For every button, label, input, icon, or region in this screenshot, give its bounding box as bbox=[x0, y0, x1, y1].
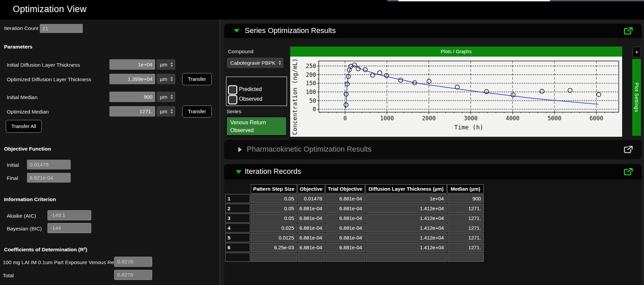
column-header[interactable]: Diffusion Layer Thickness (µm) bbox=[366, 184, 447, 193]
table-row[interactable] bbox=[225, 253, 484, 262]
series-list-item-selected[interactable]: Venous Return Observed bbox=[227, 117, 286, 135]
initial-median-label: Initial Median bbox=[7, 94, 37, 100]
open-external-icon[interactable] bbox=[623, 146, 633, 154]
row-number-cell[interactable]: 6 bbox=[225, 243, 250, 252]
table-cell: 6.881e-04 bbox=[326, 233, 365, 242]
observed-checkbox-label: Observed bbox=[239, 96, 262, 102]
unit-label: µm bbox=[160, 76, 167, 82]
spinner-arrows-icon[interactable] bbox=[170, 95, 173, 99]
initial-median-field[interactable]: 900 bbox=[109, 92, 155, 102]
table-cell: 0.05 bbox=[251, 204, 297, 213]
aic-field[interactable]: -149.1 bbox=[47, 210, 91, 220]
spinner-arrows-icon[interactable] bbox=[170, 62, 173, 67]
iteration-records-table[interactable]: Pattern Step SizeObjectiveTrial Objectiv… bbox=[225, 184, 484, 262]
table-cell: 0.05 bbox=[251, 194, 297, 203]
table-cell: 1.412e+04 bbox=[366, 243, 447, 252]
initial-dlt-field[interactable]: 1e+04 bbox=[109, 59, 155, 70]
transfer-all-button[interactable]: Transfer All bbox=[6, 120, 42, 133]
objective-initial-field[interactable]: 0.01478 bbox=[27, 160, 71, 169]
bic-label: Bayesian (BIC) bbox=[7, 226, 42, 232]
compound-select[interactable]: Cabotegravir PBPK bbox=[227, 58, 283, 68]
row-number-cell[interactable]: 2 bbox=[225, 204, 250, 213]
series-results-header[interactable]: Series Optimization Results bbox=[224, 24, 642, 38]
predicted-checkbox-label: Predicted bbox=[239, 86, 262, 92]
objective-initial-label: Initial bbox=[7, 162, 19, 168]
collapse-triangle-icon[interactable] bbox=[234, 29, 240, 33]
row-number-cell[interactable]: 5 bbox=[225, 233, 250, 242]
objective-final-field[interactable]: 6.821e-04 bbox=[27, 173, 71, 183]
table-cell: 6.881e-04 bbox=[298, 243, 325, 252]
collapse-triangle-icon[interactable] bbox=[236, 170, 242, 174]
observed-checkbox[interactable] bbox=[228, 95, 237, 104]
column-header[interactable]: Trial Objective bbox=[326, 184, 365, 193]
optimized-dlt-unit-select[interactable]: µm bbox=[157, 74, 175, 84]
series-item-line1: Venous Return bbox=[230, 119, 286, 126]
svg-text:2000: 2000 bbox=[422, 115, 436, 122]
open-external-icon[interactable] bbox=[623, 27, 633, 35]
svg-text:Time (h): Time (h) bbox=[454, 124, 483, 131]
objective-function-heading: Objective Function bbox=[4, 146, 51, 152]
parameters-heading: Parameters bbox=[4, 44, 32, 50]
optimized-dlt-field[interactable]: 1.399e+04 bbox=[109, 74, 155, 84]
svg-text:4000: 4000 bbox=[506, 115, 519, 122]
pk-results-header[interactable]: Pharmacokinetic Optimization Results bbox=[224, 140, 642, 159]
predicted-checkbox[interactable] bbox=[228, 85, 237, 95]
optimized-median-field[interactable]: 1271. bbox=[109, 106, 155, 117]
column-header[interactable]: Pattern Step Size bbox=[251, 184, 297, 193]
table-cell bbox=[251, 253, 297, 262]
column-header[interactable]: Objective bbox=[298, 184, 325, 193]
series-list-label: Series bbox=[227, 108, 241, 115]
optimized-median-unit-select[interactable]: µm bbox=[157, 106, 175, 117]
table-row[interactable]: 20.056.881e-046.881e-041.412e+041271. bbox=[225, 204, 484, 213]
svg-text:3000: 3000 bbox=[464, 115, 478, 122]
row-number-cell[interactable]: 3 bbox=[225, 214, 250, 223]
compound-label: Compound bbox=[228, 49, 253, 55]
expand-triangle-icon[interactable] bbox=[238, 147, 242, 152]
initial-dlt-unit-select[interactable]: µm bbox=[157, 59, 175, 70]
optimized-median-label: Optimized Median bbox=[7, 109, 49, 115]
table-row[interactable]: 66.25e-036.881e-046.881e-041.412e+041271… bbox=[225, 243, 484, 252]
series-results-title: Series Optimization Results bbox=[245, 26, 336, 35]
table-cell: 0.01478 bbox=[298, 194, 325, 203]
plot-title-bar: Plots / Graphs bbox=[290, 46, 622, 57]
r2-heading: Coefficients of Determination (R²) bbox=[4, 247, 87, 253]
row-number-cell[interactable] bbox=[225, 253, 250, 262]
table-cell: 900 bbox=[447, 194, 484, 203]
plot-settings-tab[interactable]: Plot Settings bbox=[632, 59, 641, 136]
compound-value: Cabotegravir PBPK bbox=[230, 60, 275, 66]
open-external-icon[interactable] bbox=[623, 168, 633, 176]
table-cell: 1271. bbox=[447, 233, 484, 242]
concentration-time-plot-widget: Plots / Graphs 0100020003000400050006000… bbox=[290, 46, 622, 137]
table-cell: 6.881e-04 bbox=[298, 214, 325, 223]
column-header[interactable]: Median (µm) bbox=[447, 184, 484, 193]
bic-field[interactable]: -144 bbox=[47, 223, 91, 233]
initial-median-unit-select[interactable]: µm bbox=[157, 92, 175, 102]
title-bar: Optimization View bbox=[0, 0, 644, 20]
svg-text:5000: 5000 bbox=[548, 115, 562, 122]
table-row[interactable]: 50.01256.881e-046.881e-041.412e+041271. bbox=[225, 233, 484, 242]
transfer-dlt-button[interactable]: Transfer bbox=[182, 73, 212, 85]
r2-series-field[interactable]: 0.8278 bbox=[114, 257, 152, 267]
table-row[interactable]: 30.056.881e-046.881e-041.412e+041271. bbox=[225, 214, 484, 223]
table-cell: 6.881e-04 bbox=[326, 223, 365, 232]
table-row[interactable]: 40.0256.881e-046.881e-041.412e+041271. bbox=[225, 223, 484, 232]
iteration-count-field[interactable]: 21 bbox=[40, 24, 83, 33]
add-plot-button[interactable]: + bbox=[633, 47, 641, 57]
r2-series-label: 100 mg LAI IM 0.1um Part Exposure Venous… bbox=[3, 259, 123, 265]
svg-text:200: 200 bbox=[306, 71, 316, 78]
row-number-cell[interactable]: 1 bbox=[225, 194, 250, 203]
iteration-records-header[interactable]: Iteration Records bbox=[224, 164, 642, 179]
top-edge-highlight bbox=[398, 0, 550, 1]
spinner-arrows-icon[interactable] bbox=[170, 77, 173, 81]
transfer-median-button[interactable]: Transfer bbox=[182, 105, 212, 118]
svg-text:6000: 6000 bbox=[589, 115, 603, 122]
row-number-cell[interactable]: 4 bbox=[225, 223, 250, 232]
svg-text:0: 0 bbox=[313, 106, 316, 113]
r2-total-field[interactable]: 0.8278 bbox=[114, 270, 152, 280]
objective-final-label: Final bbox=[7, 175, 18, 181]
spinner-arrows-icon[interactable] bbox=[170, 109, 173, 114]
svg-text:250: 250 bbox=[306, 63, 316, 69]
spinner-arrows-icon[interactable] bbox=[278, 61, 281, 65]
unit-label: µm bbox=[160, 62, 167, 68]
table-row[interactable]: 10.050.014786.881e-041e+04900 bbox=[225, 194, 484, 203]
